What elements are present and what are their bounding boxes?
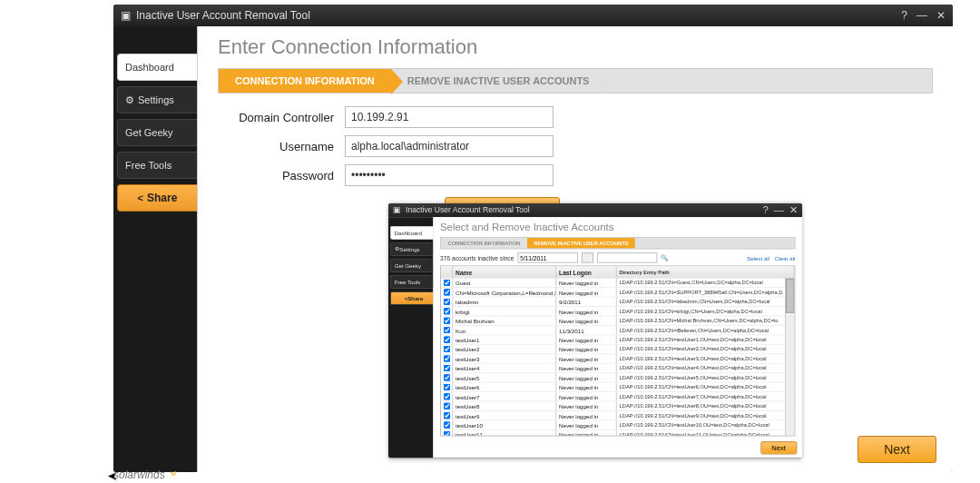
inner-filter-label: 376 accounts inactive since (440, 255, 514, 261)
row-last-logon: Never logged in (556, 316, 617, 325)
row-checkbox[interactable] (443, 431, 450, 437)
username-input[interactable] (345, 135, 554, 157)
sidebar-item-free-tools[interactable]: Free Tools (117, 152, 197, 179)
close-icon[interactable]: ✕ (936, 9, 946, 22)
app-window: ▣ Inactive User Account Removal Tool ? —… (113, 5, 953, 472)
row-last-logon: Never logged in (556, 402, 617, 411)
help-icon[interactable]: ? (901, 9, 907, 22)
sidebar-item-share[interactable]: < Share (117, 184, 197, 212)
next-button[interactable]: Next (858, 436, 936, 463)
inner-th-checkbox[interactable] (441, 266, 453, 278)
table-row[interactable]: testUser8Never logged inLDAP://10.199.2.… (441, 402, 794, 411)
inner-minimize-icon[interactable]: — (774, 204, 784, 216)
inner-date-dropdown-icon[interactable] (581, 252, 593, 262)
domain-controller-input[interactable] (345, 106, 554, 128)
table-row[interactable]: testUser3Never logged inLDAP://10.199.2.… (441, 354, 794, 363)
row-checkbox[interactable] (443, 289, 450, 296)
table-row[interactable]: testUser1Never logged inLDAP://10.199.2.… (441, 335, 794, 344)
row-path: LDAP://10.199.2.51/CN=testUser11,OU=test… (617, 430, 795, 437)
row-checkbox[interactable] (443, 412, 450, 419)
password-input[interactable] (345, 164, 554, 186)
table-row[interactable]: testUser4Never logged inLDAP://10.199.2.… (441, 364, 794, 373)
brand-text: solarwinds (113, 468, 165, 481)
inner-sidebar-settings[interactable]: ⚙Settings (390, 242, 434, 256)
row-checkbox[interactable] (443, 336, 450, 343)
table-row[interactable]: Michal BruhvanNever logged inLDAP://10.1… (441, 316, 794, 325)
inner-search-input[interactable] (597, 252, 658, 262)
sidebar-item-get-geeky[interactable]: Get Geeky (117, 119, 197, 146)
table-row[interactable]: CN=Microsoft Corporation,L=Redmond,S=WNe… (441, 288, 794, 297)
row-checkbox[interactable] (443, 355, 450, 362)
row-checkbox[interactable] (443, 308, 450, 315)
inner-th-path[interactable]: Directory Entry Path (617, 266, 795, 278)
inner-crumb-remove[interactable]: REMOVE INACTIVE USER ACCOUNTS (527, 238, 635, 248)
sidebar-item-label: Get Geeky (125, 127, 173, 138)
inner-next-button[interactable]: Next (760, 441, 797, 454)
table-row[interactable]: testUser9Never logged inLDAP://10.199.2.… (441, 411, 794, 420)
row-last-logon: Never logged in (556, 383, 617, 392)
inner-sidebar-dashboard[interactable]: Dashboard (390, 226, 434, 240)
table-row[interactable]: testUser7Never logged inLDAP://10.199.2.… (441, 392, 794, 401)
row-path: LDAP://10.199.2.51/CN=testUser5,OU=test,… (617, 373, 795, 382)
table-row[interactable]: Kun11/3/2011LDAP://10.199.2.51/CN=iBelie… (441, 326, 794, 335)
minimize-icon[interactable]: — (916, 9, 927, 22)
inner-sidebar-share[interactable]: <Share (390, 291, 434, 305)
row-path: LDAP://10.199.2.51/CN=testUser2,OU=test,… (617, 345, 795, 354)
row-name: Michal Bruhvan (453, 316, 556, 325)
row-last-logon: 9/2/2011 (556, 298, 617, 307)
inner-clear-all-link[interactable]: Clear all (775, 255, 796, 261)
search-icon[interactable]: 🔍 (661, 254, 669, 261)
inner-help-icon[interactable]: ? (763, 204, 769, 216)
row-name: testUser4 (453, 364, 556, 373)
row-name: testUser8 (453, 402, 556, 411)
table-row[interactable]: testUser5Never logged inLDAP://10.199.2.… (441, 373, 794, 382)
row-path: LDAP://10.199.2.51/CN=testUser1,OU=test,… (617, 335, 795, 344)
table-row[interactable]: testUser6Never logged inLDAP://10.199.2.… (441, 383, 794, 392)
row-checkbox[interactable] (443, 280, 450, 287)
breadcrumb-step-connection[interactable]: CONNECTION INFORMATION (219, 69, 391, 93)
breadcrumb-step-remove[interactable]: REMOVE INACTIVE USER ACCOUNTS (391, 69, 606, 93)
row-checkbox[interactable] (443, 393, 450, 400)
row-path: LDAP://10.199.2.51/CN=testUser4,OU=test,… (617, 364, 795, 373)
inner-select-all-link[interactable]: Select all (747, 255, 769, 261)
row-checkbox[interactable] (443, 421, 450, 429)
row-path: LDAP://10.199.2.51/CN=testUser6,OU=test,… (617, 383, 795, 392)
table-row[interactable]: krbtgtNever logged inLDAP://10.199.2.51/… (441, 307, 794, 316)
table-row[interactable]: testUser11Never logged inLDAP://10.199.2… (441, 430, 794, 437)
brand-swirl-icon: ༄ (169, 468, 175, 481)
inner-sidebar-free-tools[interactable]: Free Tools (390, 275, 434, 289)
row-checkbox[interactable] (443, 317, 450, 324)
row-last-logon: Never logged in (556, 430, 617, 437)
table-row[interactable]: GuestNever logged inLDAP://10.199.2.51/C… (441, 279, 794, 288)
sidebar-item-dashboard[interactable]: Dashboard (117, 54, 197, 81)
inner-close-icon[interactable]: ✕ (789, 204, 799, 216)
row-checkbox[interactable] (443, 327, 450, 334)
row-path: LDAP://10.199.2.51/CN=testUser10,OU=test… (617, 420, 795, 429)
row-checkbox[interactable] (443, 365, 450, 372)
row-path: LDAP://10.199.2.51/CN=testUser9,OU=test,… (617, 411, 795, 420)
row-name: testUser11 (453, 430, 556, 437)
sidebar-item-settings[interactable]: ⚙ Settings (117, 86, 197, 113)
breadcrumb: CONNECTION INFORMATION REMOVE INACTIVE U… (218, 68, 933, 94)
table-row[interactable]: testUser2Never logged inLDAP://10.199.2.… (441, 345, 794, 354)
row-checkbox[interactable] (443, 346, 450, 353)
inner-th-last-logon[interactable]: Last Logon (556, 266, 617, 278)
row-checkbox[interactable] (443, 299, 450, 306)
inner-date-input[interactable] (517, 252, 578, 262)
inner-sidebar-get-geeky[interactable]: Get Geeky (390, 259, 434, 272)
inner-scroll-thumb[interactable] (786, 279, 795, 313)
row-checkbox[interactable] (443, 384, 450, 391)
username-label: Username (218, 140, 345, 153)
row-name: labadmin (453, 298, 556, 307)
table-row[interactable]: testUser10Never logged inLDAP://10.199.2… (441, 420, 794, 429)
row-name: testUser10 (453, 420, 556, 429)
table-row[interactable]: labadmin9/2/2011LDAP://10.199.2.51/CN=la… (441, 298, 794, 307)
inner-th-name[interactable]: Name (453, 266, 556, 278)
inner-titlebar[interactable]: ▣ Inactive User Account Removal Tool ? —… (388, 203, 802, 217)
row-path: LDAP://10.199.2.51/CN=iBeliever,CN=Users… (617, 326, 795, 335)
inner-scrollbar[interactable] (785, 279, 794, 436)
row-checkbox[interactable] (443, 374, 450, 381)
inner-crumb-connection[interactable]: CONNECTION INFORMATION (441, 238, 527, 248)
titlebar[interactable]: ▣ Inactive User Account Removal Tool ? —… (113, 5, 953, 26)
row-checkbox[interactable] (443, 402, 450, 409)
